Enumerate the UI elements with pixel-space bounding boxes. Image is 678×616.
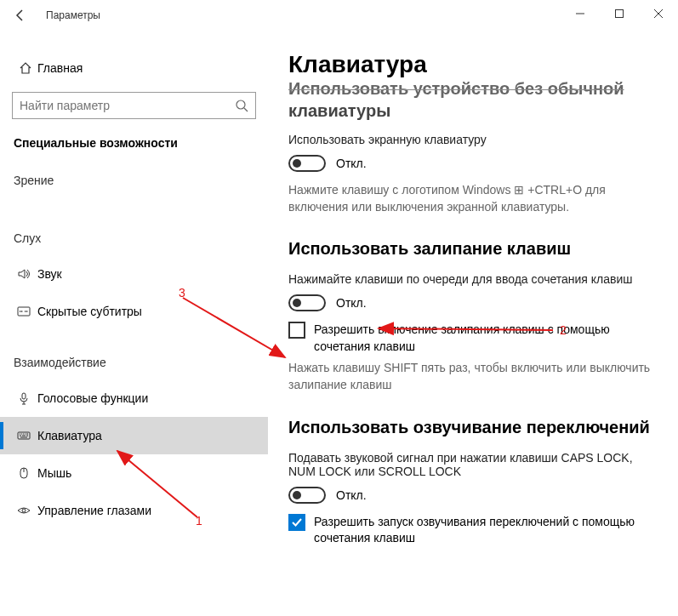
minimize-button[interactable] <box>561 0 600 27</box>
sidebar-item-speech[interactable]: Голосовые функции <box>0 379 268 417</box>
maximize-button[interactable] <box>600 0 639 27</box>
osk-help: Нажмите клавишу с логотипом Windows ⊞ +C… <box>288 182 658 215</box>
togglekeys-toggle-status: Откл. <box>336 488 367 502</box>
nav-label-speech: Голосовые функции <box>36 391 148 405</box>
eye-icon <box>12 504 36 517</box>
keyboard-icon <box>12 429 36 442</box>
nav-label-mouse: Мышь <box>36 466 71 480</box>
osk-toggle[interactable] <box>288 155 326 172</box>
group-vision: Зрение <box>0 160 268 197</box>
sticky-label: Нажимайте клавиши по очереди для ввода с… <box>288 272 658 286</box>
sidebar-item-sound[interactable]: Звук <box>0 255 268 293</box>
osk-label: Использовать экранную клавиатуру <box>288 133 658 146</box>
nav-label-keyboard: Клавиатура <box>36 429 102 442</box>
nav-label-sound: Звук <box>36 267 62 281</box>
captions-icon <box>12 305 36 318</box>
togglekeys-toggle[interactable] <box>288 487 326 504</box>
sticky-toggle[interactable] <box>288 294 326 311</box>
search-input[interactable] <box>20 99 235 112</box>
sticky-toggle-status: Откл. <box>336 296 367 310</box>
sidebar-item-captions[interactable]: Скрытые субтитры <box>0 293 268 330</box>
togglekeys-shortcut-label: Разрешить запуск озвучивания переключени… <box>314 514 658 547</box>
sidebar-item-home[interactable]: Главная <box>0 51 268 85</box>
sidebar-item-eye[interactable]: Управление глазами <box>0 492 268 529</box>
back-button[interactable] <box>0 0 41 31</box>
close-button[interactable] <box>639 0 678 27</box>
togglekeys-label: Подавать звуковой сигнал при нажатии кла… <box>288 451 658 478</box>
category-header: Специальные возможности <box>0 136 268 160</box>
mic-icon <box>12 391 36 405</box>
group-hearing: Слух <box>0 197 268 255</box>
togglekeys-shortcut-checkbox[interactable] <box>288 514 305 531</box>
mouse-icon <box>12 466 36 480</box>
cut-heading: Использовать устройство без обычной клав… <box>288 80 658 121</box>
sticky-heading: Использовать залипание клавиш <box>288 239 658 259</box>
sticky-shortcut-label: Разрешить включение залипания клавиш с п… <box>314 322 658 355</box>
search-icon <box>235 99 248 112</box>
home-label: Главная <box>37 61 83 75</box>
osk-toggle-status: Откл. <box>336 157 367 170</box>
svg-rect-3 <box>22 393 26 399</box>
sidebar-item-keyboard[interactable]: Клавиатура <box>0 417 268 454</box>
sidebar-item-mouse[interactable]: Мышь <box>0 454 268 492</box>
sidebar: Главная Специальные возможности Зрение С… <box>0 31 268 616</box>
togglekeys-heading: Использовать озвучивание переключений <box>288 418 658 437</box>
home-icon <box>14 61 37 75</box>
sticky-help: Нажать клавишу SHIFT пять раз, чтобы вкл… <box>288 360 658 393</box>
search-input-wrap[interactable] <box>12 92 256 119</box>
nav-label-captions: Скрытые субтитры <box>36 305 142 318</box>
group-interaction: Взаимодействие <box>0 330 268 379</box>
svg-point-1 <box>236 100 245 109</box>
page-title: Клавиатура <box>288 51 658 78</box>
content-area: Клавиатура Использовать устройство без о… <box>268 31 678 616</box>
svg-point-6 <box>22 509 26 512</box>
sticky-shortcut-checkbox[interactable] <box>288 322 305 339</box>
nav-label-eye: Управление глазами <box>36 504 151 517</box>
sound-icon <box>12 267 36 281</box>
svg-rect-0 <box>616 10 624 18</box>
window-title: Параметры <box>41 9 100 21</box>
